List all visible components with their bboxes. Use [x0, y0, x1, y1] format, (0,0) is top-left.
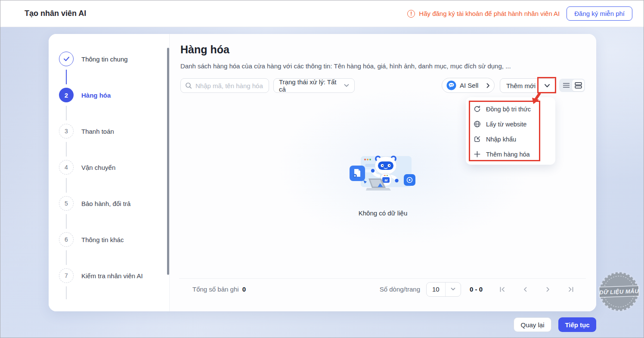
- total-records: Tổng số bản ghi 0: [192, 286, 246, 293]
- step-done-circle: [59, 52, 74, 66]
- continue-button[interactable]: Tiếp tục: [558, 317, 596, 332]
- main-content: Hàng hóa Danh sách hàng hóa của cửa hàng…: [170, 34, 596, 311]
- back-button[interactable]: Quay lại: [514, 317, 551, 332]
- menu-item-label: Lấy từ website: [486, 121, 526, 128]
- add-new-dropdown-menu: Đồng bộ tri thức Lấy từ website Nhập khẩ…: [466, 97, 555, 165]
- step-active-circle: 2: [59, 88, 74, 102]
- ai-sell-button[interactable]: AI Sell: [442, 78, 495, 93]
- status-filter-value: Trạng thái xử lý: Tất cả: [279, 78, 344, 93]
- section-description: Danh sách hàng hóa của cửa hàng với các …: [180, 62, 511, 70]
- stepper-scrollbar[interactable]: [167, 48, 169, 275]
- step-connector: [66, 70, 67, 84]
- search-input[interactable]: [195, 82, 264, 89]
- svg-text:M: M: [384, 178, 387, 182]
- chevron-right-icon: [545, 286, 551, 293]
- warning-text: Hãy đăng ký tài khoản để phát hành nhân …: [419, 10, 560, 17]
- status-filter-select[interactable]: Trạng thái xử lý: Tất cả: [273, 78, 355, 93]
- top-header: Tạo nhân viên AI ! Hãy đăng ký tài khoản…: [0, 0, 644, 27]
- step-pending-circle: 5: [59, 196, 74, 211]
- menu-item-label: Thêm hàng hóa: [486, 151, 530, 158]
- stepper-item-bao-hanh[interactable]: 5 Bảo hành, đổi trả: [59, 196, 130, 211]
- page-title: Tạo nhân viên AI: [25, 9, 86, 18]
- stepper-item-hang-hoa[interactable]: 2 Hàng hóa: [59, 88, 111, 102]
- next-page-button[interactable]: [542, 284, 554, 295]
- plus-icon: [474, 151, 481, 158]
- menu-item-label: Nhập khẩu: [486, 136, 516, 143]
- globe-icon: [474, 120, 481, 128]
- chevron-down-icon: [344, 84, 349, 87]
- wizard-card: Thông tin chung 2 Hàng hóa 3 Thanh toán …: [49, 34, 596, 311]
- rows-per-page-label: Số dòng/trang: [380, 286, 420, 293]
- step-pending-circle: 7: [59, 268, 74, 283]
- menu-item-lay-tu-website[interactable]: Lấy từ website: [466, 117, 555, 132]
- add-new-caret[interactable]: [539, 84, 555, 88]
- step-connector: [66, 142, 67, 157]
- step-label: Thanh toán: [81, 128, 114, 135]
- step-label: Vận chuyển: [81, 164, 115, 171]
- add-new-button[interactable]: Thêm mới: [500, 78, 556, 93]
- step-label: Hàng hóa: [81, 92, 111, 99]
- stepper-item-kiem-tra-ai[interactable]: 7 Kiểm tra nhân viên AI: [59, 268, 143, 283]
- stepper-sidebar: Thông tin chung 2 Hàng hóa 3 Thanh toán …: [49, 34, 170, 311]
- chevron-right-icon: [486, 83, 490, 88]
- step-connector: [66, 106, 67, 120]
- total-records-value: 0: [242, 286, 246, 293]
- menu-item-nhap-khau[interactable]: Nhập khẩu: [466, 132, 555, 147]
- empty-illustration: M: [344, 154, 422, 197]
- step-connector: [66, 286, 67, 299]
- first-page-button[interactable]: [497, 284, 508, 295]
- section-title: Hàng hóa: [180, 43, 229, 56]
- pagination-bar: Tổng số bản ghi 0 Số dòng/trang 10 0 - 0: [179, 278, 586, 300]
- last-page-icon: [567, 286, 574, 293]
- menu-item-dong-bo-tri-thuc[interactable]: Đồng bộ tri thức: [466, 101, 555, 117]
- step-connector: [66, 214, 67, 229]
- step-pending-circle: 3: [59, 124, 74, 138]
- ai-sell-icon: [446, 80, 456, 90]
- step-label: Bảo hành, đổi trả: [81, 200, 130, 207]
- prev-page-button[interactable]: [520, 284, 531, 295]
- add-new-label: Thêm mới: [500, 82, 539, 89]
- last-page-button[interactable]: [565, 284, 576, 295]
- step-label: Thông tin khác: [81, 236, 124, 243]
- chevron-down-icon: [544, 84, 550, 88]
- empty-state-text: Không có dữ liệu: [170, 209, 596, 217]
- list-view-button[interactable]: [560, 80, 572, 91]
- warning-icon: !: [407, 10, 415, 18]
- card-view-button[interactable]: [572, 80, 584, 91]
- stepper-item-thong-tin-khac[interactable]: 6 Thông tin khác: [59, 232, 124, 247]
- import-icon: [474, 135, 481, 143]
- menu-item-label: Đồng bộ tri thức: [486, 106, 531, 113]
- register-warning: ! Hãy đăng ký tài khoản để phát hành nhâ…: [407, 10, 560, 18]
- register-free-button[interactable]: Đăng ký miễn phí: [567, 6, 632, 21]
- menu-item-them-hang-hoa[interactable]: Thêm hàng hóa: [466, 147, 555, 162]
- view-toggle: [559, 79, 585, 92]
- rows-per-page-value: 10: [427, 283, 446, 296]
- list-view-icon: [563, 83, 570, 88]
- chevron-left-icon: [522, 286, 529, 293]
- step-connector: [66, 250, 67, 265]
- sample-data-stamp: DỮ LIỆU MẪU: [598, 270, 640, 313]
- step-connector: [66, 178, 67, 193]
- step-label: Kiểm tra nhân viên AI: [81, 272, 143, 280]
- check-icon: [63, 56, 70, 61]
- card-view-icon: [575, 82, 582, 89]
- step-pending-circle: 4: [59, 160, 74, 175]
- search-input-wrap: [180, 78, 269, 93]
- rows-per-page-select[interactable]: 10: [426, 282, 461, 297]
- sync-icon: [474, 105, 481, 113]
- search-icon: [185, 82, 192, 89]
- stepper-item-thanh-toan[interactable]: 3 Thanh toán: [59, 124, 114, 138]
- ai-sell-label: AI Sell: [460, 82, 478, 89]
- total-records-label: Tổng số bản ghi: [192, 286, 239, 293]
- step-pending-circle: 6: [59, 232, 74, 247]
- first-page-icon: [499, 286, 506, 293]
- page-range: 0 - 0: [470, 286, 483, 293]
- chevron-down-icon: [451, 288, 455, 291]
- stepper-item-van-chuyen[interactable]: 4 Vận chuyển: [59, 160, 115, 175]
- stepper-item-thong-tin-chung[interactable]: Thông tin chung: [59, 52, 128, 66]
- sample-data-stamp-text: DỮ LIỆU MẪU: [599, 288, 639, 295]
- step-label: Thông tin chung: [81, 55, 128, 63]
